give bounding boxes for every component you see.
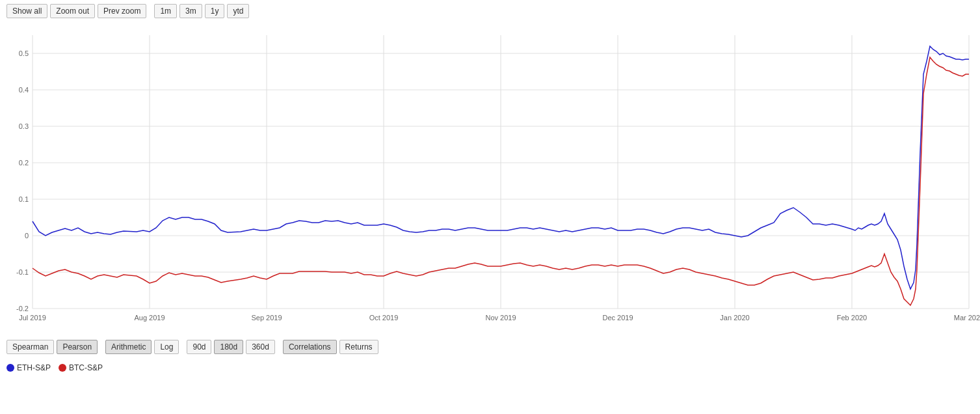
btc-sp-legend-item: BTC-S&P: [59, 363, 103, 372]
svg-text:0.2: 0.2: [19, 159, 29, 167]
90d-button[interactable]: 90d: [187, 340, 211, 354]
svg-text:Mar 2020: Mar 2020: [954, 314, 980, 322]
bottom-toolbar: Spearman Pearson Arithmetic Log 90d 180d…: [0, 335, 980, 359]
correlations-button[interactable]: Correlations: [283, 340, 337, 354]
chart-container: 0.5 0.4 0.3 0.2 0.1 0 -0.1 -0.2: [0, 22, 980, 335]
svg-text:Jan 2020: Jan 2020: [720, 314, 749, 322]
spearman-button[interactable]: Spearman: [7, 340, 54, 354]
eth-sp-dot: [7, 364, 14, 372]
btc-sp-dot: [59, 364, 66, 372]
svg-rect-0: [0, 22, 980, 335]
eth-sp-legend-item: ETH-S&P: [7, 363, 51, 372]
period-ytd-button[interactable]: ytd: [227, 4, 249, 18]
prev-zoom-button[interactable]: Prev zoom: [98, 4, 146, 18]
arithmetic-button[interactable]: Arithmetic: [105, 340, 152, 354]
svg-text:-0.2: -0.2: [16, 305, 29, 312]
zoom-out-button[interactable]: Zoom out: [50, 4, 95, 18]
180d-button[interactable]: 180d: [214, 340, 243, 354]
svg-text:Feb 2020: Feb 2020: [837, 314, 867, 322]
svg-text:0: 0: [25, 232, 29, 240]
360d-button[interactable]: 360d: [246, 340, 275, 354]
eth-sp-label: ETH-S&P: [17, 363, 51, 372]
svg-text:Oct 2019: Oct 2019: [369, 314, 399, 322]
period-1y-button[interactable]: 1y: [205, 4, 225, 18]
svg-text:Sep 2019: Sep 2019: [251, 314, 282, 322]
svg-text:Dec 2019: Dec 2019: [602, 314, 633, 322]
top-toolbar: Show all Zoom out Prev zoom 1m 3m 1y ytd: [0, 0, 980, 22]
chart-svg: 0.5 0.4 0.3 0.2 0.1 0 -0.1 -0.2: [0, 22, 980, 335]
svg-text:Nov 2019: Nov 2019: [485, 314, 516, 322]
legend: ETH-S&P BTC-S&P: [0, 359, 980, 376]
svg-text:0.4: 0.4: [19, 86, 29, 94]
svg-text:Aug 2019: Aug 2019: [134, 314, 165, 322]
svg-text:0.5: 0.5: [19, 49, 29, 57]
log-button[interactable]: Log: [154, 340, 179, 354]
returns-button[interactable]: Returns: [339, 340, 378, 354]
period-3m-button[interactable]: 3m: [179, 4, 202, 18]
btc-sp-label: BTC-S&P: [69, 363, 103, 372]
period-1m-button[interactable]: 1m: [154, 4, 177, 18]
svg-text:0.1: 0.1: [19, 195, 29, 203]
svg-text:Jul 2019: Jul 2019: [19, 314, 46, 322]
svg-text:-0.1: -0.1: [16, 268, 29, 276]
svg-text:0.3: 0.3: [19, 122, 29, 130]
pearson-button[interactable]: Pearson: [57, 340, 98, 354]
show-all-button[interactable]: Show all: [7, 4, 47, 18]
